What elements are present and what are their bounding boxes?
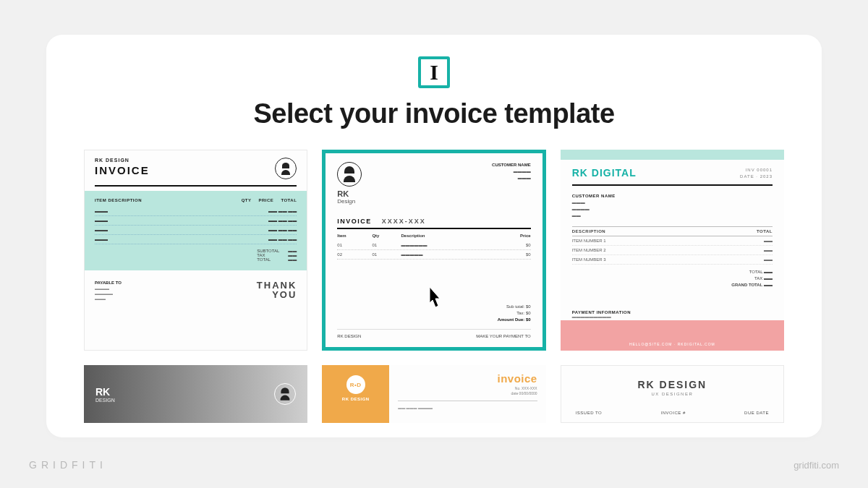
watermark-brand: GRIDFITI [29,459,107,471]
page-title: Select your invoice template [84,98,784,129]
template-grid-row-2: RK DESIGN R•D RK DESIGN invoice No. XXX-… [84,365,784,423]
template-card-4[interactable]: RK DESIGN [84,365,307,423]
app-logo: I [84,56,784,88]
t1-invoice-title: INVOICE [95,164,150,176]
cursor-pointer-icon [423,286,445,312]
template-card-2[interactable]: RK Design CUSTOMER NAME ▬▬▬▬▬▬▬ INVOICE … [322,150,545,351]
avatar-icon [275,158,297,179]
logo-letter-icon: I [418,56,450,88]
avatar-icon [337,162,362,187]
main-card: I Select your invoice template RK DESIGN… [46,35,822,437]
avatar-icon [274,383,296,405]
template-card-1[interactable]: RK DESIGN INVOICE ITEM DESCRIPTION QTY P… [84,150,307,351]
template-card-6[interactable]: RK DESIGN UX DESIGNER ISSUED TO INVOICE … [561,365,784,423]
t1-brand: RK DESIGN [95,158,150,163]
template-card-5[interactable]: R•D RK DESIGN invoice No. XXX-XXX date 0… [322,365,545,423]
template-card-3[interactable]: RK DIGITAL INV 00001 DATE · 2023 CUSTOME… [561,150,784,351]
template-grid: RK DESIGN INVOICE ITEM DESCRIPTION QTY P… [84,150,784,351]
brand-logo-icon: R•D [346,375,365,394]
watermark-url: gridfiti.com [793,460,839,471]
